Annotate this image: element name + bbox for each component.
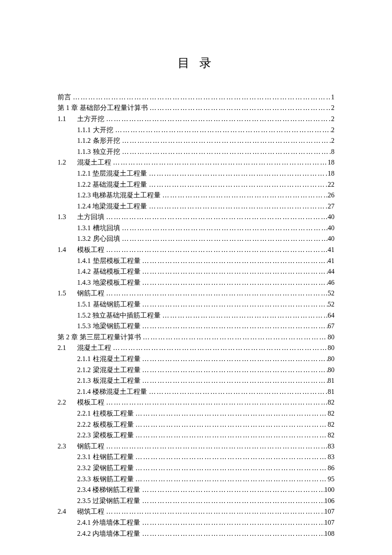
toc-entry-page: 82 (328, 419, 334, 430)
toc-leader-dots (147, 386, 328, 397)
toc-entry: 2.1.1柱混凝土工程量80 (58, 353, 334, 364)
toc-entry-number: 1.2 (58, 157, 77, 168)
toc-leader-dots (141, 321, 328, 332)
toc-entry: 2.2.3梁模板工程量82 (58, 430, 334, 441)
toc-leader-dots (140, 517, 324, 528)
toc-entry-number: 2.3.1 (77, 451, 91, 462)
toc-entry-page: 1 (331, 92, 334, 103)
toc-leader-dots (161, 310, 328, 321)
toc-entry-label: 基础混凝土工程量 (92, 179, 147, 190)
toc-entry-page: 95 (328, 474, 334, 485)
toc-entry-label: 模板工程 (77, 397, 104, 408)
toc-entry-number: 2.3 (58, 441, 77, 452)
toc-leader-dots (104, 441, 328, 452)
toc-entry-label: 板模板工程量 (93, 419, 134, 430)
page-title: 目 录 (58, 55, 334, 71)
toc-leader-dots (104, 244, 328, 255)
toc-leader-dots (120, 135, 331, 146)
toc-leader-dots (104, 113, 331, 124)
toc-entry-label: 模板工程 (77, 244, 104, 255)
toc-entry-page: 2 (331, 135, 334, 146)
toc-leader-dots (111, 342, 328, 353)
toc-entry: 2.3钢筋工程83 (58, 441, 334, 452)
toc-leader-dots (134, 462, 328, 474)
toc-entry-label: 内墙墙体工程量 (92, 528, 140, 539)
toc-entry-label: 楼梯混凝土工程量 (92, 386, 147, 397)
toc-entry: 1.4.2基础模板工程量44 (58, 266, 334, 277)
toc-entry: 1.4.3地梁模板工程量46 (58, 277, 334, 288)
toc-entry-number: 1.2.1 (77, 168, 91, 179)
toc-entry-label: 土方回填 (77, 211, 104, 223)
toc-leader-dots (141, 375, 328, 386)
toc-leader-dots (141, 277, 328, 288)
toc-entry-page: 107 (324, 517, 334, 528)
toc-entry: 2.4.1外墙墙体工程量107 (58, 517, 334, 528)
toc-entry-label: 大开挖 (93, 124, 113, 136)
toc-entry-number: 1.2.3 (77, 190, 91, 201)
toc-entry-number: 1.4.1 (77, 255, 91, 266)
toc-entry: 1.4模板工程41 (58, 244, 334, 255)
toc-entry-number: 2.1.3 (77, 375, 91, 386)
toc-entry-number: 1.3.1 (77, 223, 91, 234)
toc-entry: 1.5.2独立基础中插筋工程量64 (58, 310, 334, 321)
toc-leader-dots (140, 528, 324, 539)
toc-entry-page: 18 (328, 168, 334, 179)
toc-entry: 2.1混凝土工程80 (58, 342, 334, 353)
toc-entry: 2.4砌筑工程107 (58, 506, 334, 517)
toc-entry-label: 钢筋工程 (77, 288, 104, 299)
toc-entry: 1.1.2条形开挖2 (58, 135, 334, 146)
toc-leader-dots (140, 495, 324, 506)
toc-entry-page: 82 (328, 397, 334, 408)
toc-entry-number: 2.2.1 (77, 408, 91, 419)
toc-leader-dots (120, 223, 328, 234)
toc-entry: 2.3.2梁钢筋工程量86 (58, 462, 334, 474)
toc-leader-dots (104, 397, 328, 408)
toc-entry-number: 1.1.1 (77, 124, 91, 136)
toc-entry-label: 前言 (58, 92, 71, 103)
document-page: 目 录 前言1第 1 章 基础部分工程量计算书21.1土方开挖21.1.1大开挖… (0, 0, 392, 555)
toc-entry-number: 2.4.1 (77, 517, 91, 528)
toc-entry-label: 土方开挖 (77, 113, 104, 124)
toc-entry-label: 独立基础中插筋工程量 (92, 310, 161, 321)
toc-entry-page: 44 (328, 266, 334, 277)
toc-leader-dots (141, 255, 328, 266)
toc-leader-dots (147, 201, 328, 212)
toc-leader-dots (104, 288, 328, 299)
toc-entry-label: 房心回填 (93, 233, 120, 244)
toc-entry-number: 1.2.2 (77, 179, 91, 190)
toc-entry-page: 18 (328, 157, 334, 168)
toc-entry-label: 外墙墙体工程量 (92, 517, 140, 528)
toc-leader-dots (148, 102, 331, 113)
toc-entry-number: 1.1.3 (77, 146, 91, 157)
toc-entry: 1.5钢筋工程52 (58, 288, 334, 299)
toc-entry-number: 1.5 (58, 288, 77, 299)
toc-entry-label: 电梯基坑混凝土工程量 (92, 190, 161, 201)
toc-entry: 2.3.1柱钢筋工程量83 (58, 451, 334, 462)
toc-entry: 1.2混凝土工程18 (58, 157, 334, 168)
toc-entry-page: 81 (328, 386, 334, 397)
toc-entry: 第 1 章 基础部分工程量计算书2 (58, 102, 334, 113)
toc-entry-label: 混凝土工程 (77, 342, 111, 353)
toc-leader-dots (161, 190, 328, 201)
toc-entry-label: 混凝土工程 (77, 157, 111, 168)
toc-entry-page: 80 (328, 364, 334, 376)
toc-entry: 2.3.3板钢筋工程量95 (58, 474, 334, 485)
toc-entry-number: 1.3 (58, 211, 77, 223)
toc-entry: 1.5.1基础钢筋工程量52 (58, 299, 334, 310)
toc-entry-page: 2 (331, 102, 334, 113)
toc-entry-number: 2.1 (58, 342, 77, 353)
toc-leader-dots (104, 211, 328, 223)
toc-entry-number: 2.4 (58, 506, 77, 517)
toc-entry-label: 地梁混凝土工程量 (92, 201, 147, 212)
toc-entry-number: 2.3.5 (77, 495, 91, 506)
toc-leader-dots (141, 364, 328, 376)
toc-entry: 2.4.2内墙墙体工程量108 (58, 528, 334, 539)
toc-entry-page: 40 (328, 211, 334, 223)
toc-entry-number: 1.4.3 (77, 277, 91, 288)
toc-entry-label: 独立开挖 (93, 146, 120, 157)
toc-entry: 1.5.3地梁钢筋工程量67 (58, 321, 334, 332)
toc-entry-label: 板钢筋工程量 (93, 474, 134, 485)
toc-entry-label: 地梁钢筋工程量 (93, 321, 141, 332)
toc-entry-page: 81 (328, 375, 334, 386)
toc-entry-label: 梁钢筋工程量 (93, 462, 134, 474)
